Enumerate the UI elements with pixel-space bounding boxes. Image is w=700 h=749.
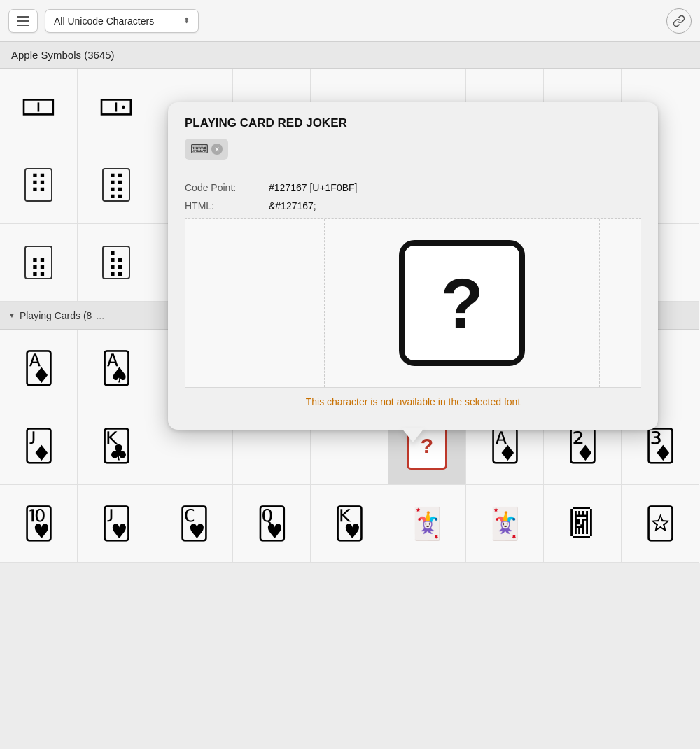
keyboard-input-badge: ⌨ ✕	[185, 139, 228, 160]
collapse-triangle-icon: ▼	[8, 312, 15, 319]
grid-cell[interactable]: ⣶	[0, 224, 78, 302]
hamburger-icon	[17, 16, 29, 26]
html-label: HTML:	[185, 200, 269, 211]
grid-cell-playing-card[interactable]: 🂼	[155, 485, 233, 563]
keyboard-icon: ⌨	[190, 141, 209, 157]
section-label-continued: ...	[96, 310, 104, 321]
grid-cell-playing-card[interactable]: 🂿	[544, 485, 622, 563]
subtitle-bar: Apple Symbols (3645)	[0, 42, 700, 69]
grid-cell-playing-card[interactable]: 🃁	[0, 330, 78, 407]
preview-center-panel: ?	[325, 219, 599, 387]
grid-cell-playing-card[interactable]: 🃟	[622, 485, 699, 563]
section-label: Playing Cards (8	[20, 310, 92, 321]
grid-cell[interactable]: ⣷	[78, 224, 155, 302]
grid-cell-playing-card[interactable]: 🂻	[78, 485, 155, 563]
link-icon	[673, 15, 685, 27]
character-preview-area: ?	[185, 218, 641, 387]
grid-cell[interactable]: 🀲	[78, 69, 155, 146]
grid-cell[interactable]: ⣿	[78, 146, 155, 224]
chevron-updown-icon: ⬍	[183, 16, 190, 25]
grid-cell-playing-card[interactable]: 🃏	[388, 485, 466, 563]
keyboard-badge-close[interactable]: ✕	[211, 144, 223, 155]
grid-cell-playing-card[interactable]: 🃏	[466, 485, 544, 563]
popup-title: PLAYING CARD RED JOKER	[185, 116, 641, 130]
character-detail-popup: PLAYING CARD RED JOKER ⌨ ✕ Code Point: #…	[168, 102, 658, 430]
dropdown-value: All Unicode Characters	[54, 15, 154, 27]
grid-cell-playing-card[interactable]: 🃋	[0, 407, 78, 485]
subtitle-text: Apple Symbols (3645)	[11, 49, 115, 61]
menu-button[interactable]	[8, 9, 38, 33]
code-point-row: Code Point: #127167 [U+1F0BF]	[185, 182, 641, 193]
top-bar: All Unicode Characters ⬍	[0, 0, 700, 42]
grid-cell-playing-card[interactable]: 🂾	[311, 485, 388, 563]
html-value: &#127167;	[269, 200, 316, 211]
grid-cell-playing-card[interactable]: 🃞	[78, 407, 155, 485]
not-available-message: This character is not available in the s…	[185, 387, 641, 416]
grid-cell[interactable]: 🀱	[0, 69, 78, 146]
code-point-label: Code Point:	[185, 182, 269, 193]
html-row: HTML: &#127167;	[185, 200, 641, 211]
link-button[interactable]	[666, 8, 692, 34]
grid-cell-playing-card[interactable]: 🂺	[0, 485, 78, 563]
popup-tail	[402, 428, 424, 442]
question-mark-preview: ?	[399, 240, 525, 366]
preview-left-panel	[185, 219, 325, 387]
grid-cell-playing-card[interactable]: 🂽	[233, 485, 311, 563]
content-area: 🀱 🀲 ⠿ ⣿ ⣶	[0, 69, 700, 743]
preview-right-panel	[599, 219, 641, 387]
code-point-value: #127167 [U+1F0BF]	[269, 182, 357, 193]
unicode-filter-dropdown[interactable]: All Unicode Characters ⬍	[45, 9, 199, 33]
grid-cell-playing-card[interactable]: 🂡	[78, 330, 155, 407]
grid-cell[interactable]: ⠿	[0, 146, 78, 224]
